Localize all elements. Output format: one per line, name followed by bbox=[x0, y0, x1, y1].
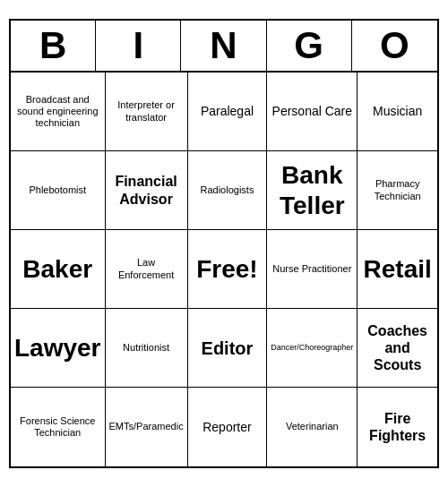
cell-text-14: Retail bbox=[364, 254, 432, 285]
cell-text-18: Dancer/Choreographer bbox=[271, 343, 353, 353]
header-letter-i: I bbox=[96, 21, 181, 71]
cell-text-1: Interpreter or translator bbox=[109, 99, 184, 123]
bingo-card: BINGO Broadcast and sound engineering te… bbox=[9, 19, 439, 468]
bingo-grid: Broadcast and sound engineering technici… bbox=[11, 73, 437, 466]
cell-text-3: Personal Care bbox=[272, 104, 353, 119]
cell-text-19: Coaches and Scouts bbox=[361, 322, 434, 374]
cell-text-16: Nutritionist bbox=[123, 342, 169, 354]
bingo-cell-2: Paralegal bbox=[188, 73, 268, 151]
bingo-cell-11: Law Enforcement bbox=[106, 230, 188, 309]
bingo-cell-14: Retail bbox=[358, 230, 437, 309]
cell-text-22: Reporter bbox=[202, 420, 251, 435]
bingo-cell-21: EMTs/Paramedic bbox=[106, 388, 188, 466]
bingo-cell-17: Editor bbox=[188, 309, 268, 388]
cell-text-2: Paralegal bbox=[201, 104, 254, 119]
cell-text-7: Radiologists bbox=[201, 184, 254, 196]
header-letter-o: O bbox=[352, 21, 437, 71]
cell-text-11: Law Enforcement bbox=[109, 257, 184, 280]
bingo-cell-24: Fire Fighters bbox=[358, 388, 437, 466]
bingo-cell-9: Pharmacy Technician bbox=[358, 151, 437, 230]
bingo-cell-3: Personal Care bbox=[267, 73, 358, 151]
cell-text-15: Lawyer bbox=[14, 333, 101, 363]
bingo-cell-10: Baker bbox=[11, 230, 106, 309]
header-letter-g: G bbox=[267, 21, 352, 71]
bingo-cell-18: Dancer/Choreographer bbox=[267, 309, 358, 388]
cell-text-6: Financial Advisor bbox=[109, 173, 184, 207]
bingo-cell-5: Phlebotomist bbox=[11, 151, 106, 230]
cell-text-24: Fire Fighters bbox=[361, 410, 434, 444]
cell-text-12: Free! bbox=[196, 254, 257, 285]
cell-text-13: Nurse Practitioner bbox=[272, 263, 351, 275]
cell-text-0: Broadcast and sound engineering technici… bbox=[14, 94, 101, 130]
bingo-cell-13: Nurse Practitioner bbox=[267, 230, 358, 309]
cell-text-17: Editor bbox=[202, 337, 254, 359]
bingo-cell-12: Free! bbox=[188, 230, 268, 309]
header-letter-b: B bbox=[11, 21, 96, 71]
bingo-cell-19: Coaches and Scouts bbox=[358, 309, 437, 388]
bingo-cell-23: Veterinarian bbox=[267, 388, 358, 466]
bingo-cell-22: Reporter bbox=[188, 388, 268, 466]
bingo-cell-8: Bank Teller bbox=[267, 151, 358, 230]
cell-text-5: Phlebotomist bbox=[29, 184, 86, 196]
cell-text-8: Bank Teller bbox=[271, 160, 353, 220]
cell-text-9: Pharmacy Technician bbox=[361, 178, 434, 201]
bingo-cell-1: Interpreter or translator bbox=[106, 73, 188, 151]
cell-text-23: Veterinarian bbox=[286, 421, 339, 432]
cell-text-4: Musician bbox=[373, 104, 422, 119]
cell-text-20: Forensic Science Technician bbox=[14, 415, 101, 439]
bingo-cell-6: Financial Advisor bbox=[106, 151, 188, 230]
bingo-header: BINGO bbox=[11, 21, 437, 73]
bingo-cell-7: Radiologists bbox=[188, 151, 268, 230]
header-letter-n: N bbox=[181, 21, 266, 71]
bingo-cell-20: Forensic Science Technician bbox=[11, 388, 106, 466]
bingo-cell-4: Musician bbox=[358, 73, 437, 151]
bingo-cell-16: Nutritionist bbox=[106, 309, 188, 388]
bingo-cell-15: Lawyer bbox=[11, 309, 106, 388]
cell-text-21: EMTs/Paramedic bbox=[109, 421, 184, 432]
bingo-cell-0: Broadcast and sound engineering technici… bbox=[11, 73, 106, 151]
cell-text-10: Baker bbox=[22, 254, 92, 285]
